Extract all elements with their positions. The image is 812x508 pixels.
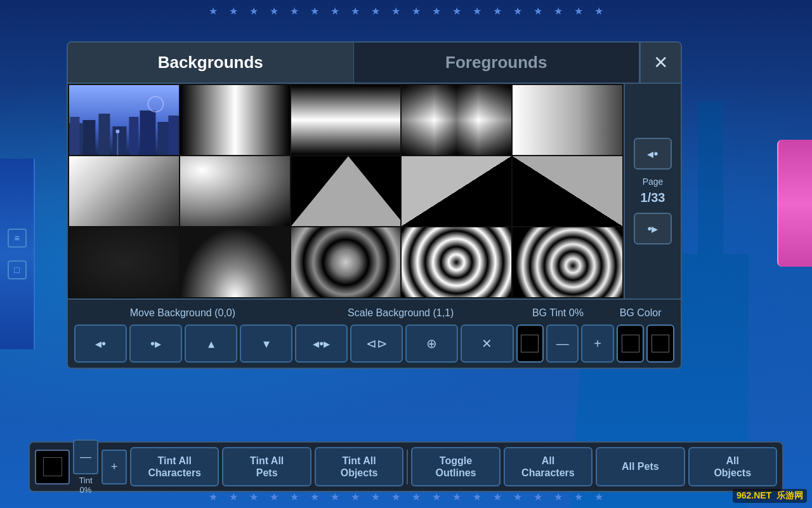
svg-rect-4 <box>98 114 110 155</box>
toggle-outlines-button[interactable]: ToggleOutlines <box>411 447 500 486</box>
prev-page-button[interactable]: ◂• <box>634 138 672 170</box>
stars-top: ★ ★ ★ ★ ★ ★ ★ ★ ★ ★ ★ ★ ★ ★ ★ ★ ★ ★ ★ ★ <box>0 5 812 17</box>
thumbnail-12[interactable] <box>291 227 401 297</box>
svg-rect-2 <box>70 117 79 155</box>
main-dialog-panel: Backgrounds Foregrounds ✕ <box>67 41 682 369</box>
controls-section: Move Background (0,0) Scale Background (… <box>68 298 681 368</box>
thumbnail-11[interactable] <box>180 227 290 297</box>
left-panel-icon-1: ≡ <box>8 229 27 248</box>
all-objects-button[interactable]: AllObjects <box>688 447 777 486</box>
left-side-panel: ≡ □ <box>0 159 35 349</box>
thumbnail-7[interactable] <box>291 156 401 226</box>
move-left-button[interactable]: ◂• <box>74 324 127 363</box>
thumbnail-6[interactable] <box>180 156 290 226</box>
move-down-button[interactable]: ▾ <box>240 324 292 363</box>
scale-x-button[interactable]: ✕ <box>461 324 513 363</box>
controls-buttons-row: ◂• •▸ ▴ ▾ ◂•▸ ⊲⊳ ⊕ ✕ — + <box>74 324 674 363</box>
left-panel-icon-2: □ <box>8 260 27 279</box>
svg-point-12 <box>115 130 119 133</box>
thumbnail-0[interactable] <box>69 85 179 155</box>
thumbnail-13[interactable] <box>402 227 511 297</box>
thumbnail-5[interactable] <box>69 156 179 226</box>
watermark: 962.NET 乐游网 <box>733 489 807 503</box>
thumbnail-grid <box>68 84 624 298</box>
svg-rect-6 <box>129 117 138 155</box>
tint-all-characters-button[interactable]: Tint AllCharacters <box>130 447 219 486</box>
thumbnail-4[interactable] <box>513 85 622 155</box>
move-bg-label: Move Background (0,0) <box>74 305 291 321</box>
toolbar-divider <box>407 450 408 485</box>
move-right-button[interactable]: •▸ <box>129 324 182 363</box>
global-tint-value: Tint 0% <box>73 476 98 495</box>
scale-bg-label: Scale Background (1,1) <box>292 305 509 321</box>
next-page-button[interactable]: •▸ <box>634 213 672 244</box>
bg-color-swatch-2[interactable] <box>646 324 674 363</box>
close-button[interactable]: ✕ <box>639 43 681 83</box>
bg-color-swatch-1[interactable] <box>617 324 645 363</box>
svg-rect-3 <box>82 120 95 155</box>
bottom-toolbar: — Tint 0% + Tint AllCharacters Tint AllP… <box>29 441 783 492</box>
page-info: Page 1/33 <box>641 176 665 206</box>
tab-foregrounds[interactable]: Foregrounds <box>354 43 640 83</box>
bg-tint-label: BG Tint 0% <box>511 305 606 321</box>
thumbnail-14[interactable] <box>513 227 622 297</box>
bg-tint-minus-button[interactable]: — <box>546 324 579 363</box>
thumbnail-2[interactable] <box>291 85 401 155</box>
tint-all-objects-button[interactable]: Tint AllObjects <box>315 447 403 486</box>
svg-rect-5 <box>112 126 126 155</box>
thumbnail-3[interactable] <box>402 85 511 155</box>
bg-tint-plus-button[interactable]: + <box>581 324 613 363</box>
global-tint-minus-button[interactable]: — <box>73 439 98 474</box>
global-tint-color-swatch[interactable] <box>35 450 70 485</box>
thumbnail-8[interactable] <box>402 156 511 226</box>
svg-rect-7 <box>140 110 155 155</box>
move-up-button[interactable]: ▴ <box>185 324 237 363</box>
bg-color-label: BG Color <box>606 305 674 321</box>
thumbnail-1[interactable] <box>180 85 290 155</box>
thumbnail-9[interactable] <box>513 156 622 226</box>
tab-header: Backgrounds Foregrounds ✕ <box>68 43 681 84</box>
scale-move-button[interactable]: ⊕ <box>405 324 458 363</box>
thumbnail-10[interactable] <box>69 227 179 297</box>
all-characters-button[interactable]: AllCharacters <box>504 447 593 486</box>
all-pets-button[interactable]: All Pets <box>596 447 684 486</box>
svg-rect-9 <box>168 116 178 155</box>
pagination-sidebar: ◂• Page 1/33 •▸ <box>624 84 681 298</box>
tab-backgrounds[interactable]: Backgrounds <box>68 43 354 83</box>
right-side-decoration <box>777 140 812 267</box>
bg-tint-color-swatch[interactable] <box>516 324 544 363</box>
tint-all-pets-button[interactable]: Tint AllPets <box>222 447 311 486</box>
thumbnail-area: ◂• Page 1/33 •▸ <box>68 84 681 298</box>
controls-labels-row: Move Background (0,0) Scale Background (… <box>74 305 674 321</box>
global-tint-plus-button[interactable]: + <box>102 450 127 485</box>
scale-horizontal-button[interactable]: ◂•▸ <box>295 324 348 363</box>
scale-shrink-button[interactable]: ⊲⊳ <box>350 324 403 363</box>
stars-bottom: ★ ★ ★ ★ ★ ★ ★ ★ ★ ★ ★ ★ ★ ★ ★ ★ ★ ★ ★ ★ <box>0 491 812 503</box>
